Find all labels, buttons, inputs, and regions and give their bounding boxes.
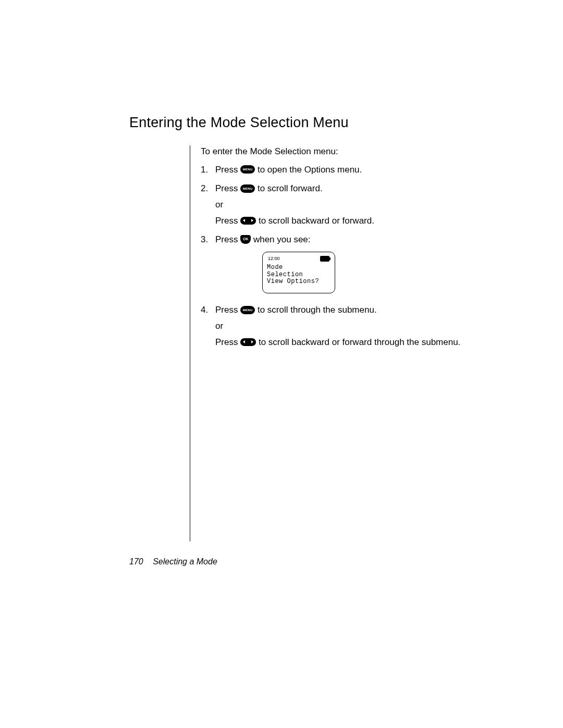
- intro-text: To enter the Mode Selection menu:: [201, 145, 511, 158]
- step-text: to scroll through the submenu.: [258, 305, 377, 315]
- phone-line: Mode: [267, 264, 331, 272]
- step-text: when you see:: [253, 235, 311, 244]
- step-text: Press: [215, 216, 240, 226]
- step-text: Press: [215, 305, 240, 315]
- or-text: or: [215, 199, 511, 212]
- step-text: Press: [215, 235, 240, 244]
- step-text: to scroll backward or forward.: [259, 216, 374, 226]
- or-text: or: [215, 320, 511, 333]
- phone-line: Selection: [267, 272, 331, 279]
- step-number: 4.: [201, 304, 215, 352]
- step-number: 2.: [201, 182, 215, 230]
- step-list: 1. Press MENU to open the Options menu. …: [201, 164, 511, 352]
- step-text: Press: [215, 337, 240, 347]
- page-number: 170: [129, 557, 143, 566]
- step-2: 2. Press MENU to scroll forward. or Pres…: [201, 182, 511, 230]
- step-3: 3. Press OK when you see: 12:00 Mode: [201, 233, 511, 301]
- step-text: Press: [215, 165, 240, 175]
- step-4: 4. Press MENU to scroll through the subm…: [201, 304, 511, 352]
- arrow-button-icon: [240, 338, 256, 346]
- phone-screen-illustration: 12:00 Mode Selection View Options?: [262, 252, 335, 293]
- arrow-button-icon: [240, 217, 256, 225]
- page-heading: Entering the Mode Selection Menu: [129, 115, 511, 131]
- phone-line: View Options?: [267, 278, 331, 286]
- phone-time: 12:00: [268, 255, 280, 262]
- page-footer: 170 Selecting a Mode: [129, 557, 217, 566]
- manual-page: Entering the Mode Selection Menu To ente…: [0, 0, 563, 728]
- step-1: 1. Press MENU to open the Options menu.: [201, 164, 511, 180]
- ok-button-icon: OK: [240, 235, 251, 244]
- step-number: 1.: [201, 164, 215, 180]
- battery-icon: [320, 256, 329, 262]
- content-column: To enter the Mode Selection menu: 1. Pre…: [190, 145, 511, 541]
- step-text: to scroll forward.: [258, 183, 323, 193]
- step-number: 3.: [201, 233, 215, 301]
- section-title: Selecting a Mode: [153, 557, 217, 566]
- step-text: Press: [215, 183, 240, 193]
- menu-button-icon: MENU: [240, 184, 255, 193]
- menu-button-icon: MENU: [240, 165, 255, 174]
- step-text: to scroll backward or forward through th…: [259, 337, 460, 347]
- menu-button-icon: MENU: [240, 306, 255, 314]
- step-text: to open the Options menu.: [258, 165, 362, 175]
